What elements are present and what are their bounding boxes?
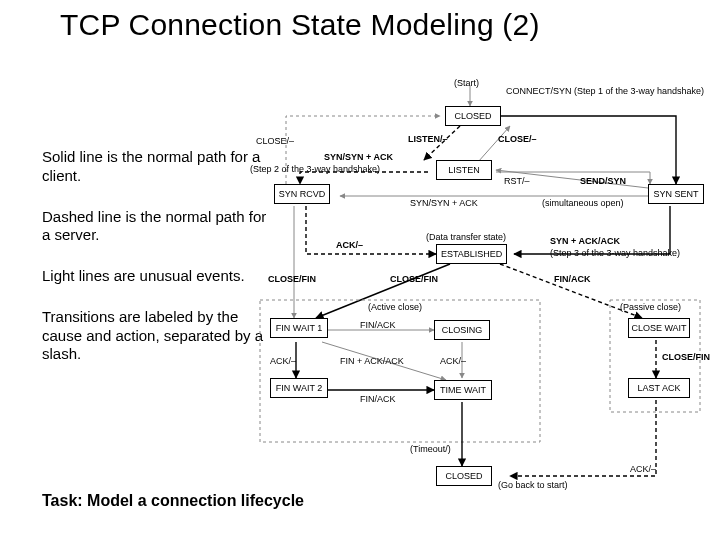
label-send-syn: SEND/SYN [580, 176, 626, 186]
label-timeout: (Timeout/) [410, 444, 451, 454]
state-diagram: CLOSED LISTEN SYN RCVD SYN SENT ESTABLIS… [250, 80, 710, 500]
label-close-fin-m: CLOSE/FIN [390, 274, 438, 284]
state-syn-sent: SYN SENT [648, 184, 704, 204]
label-ack-dash-br: ACK/– [630, 464, 656, 474]
state-close-wait: CLOSE WAIT [628, 318, 690, 338]
label-step2: (Step 2 of the 3-way handshake) [250, 164, 380, 174]
label-syn-synack-mid: SYN/SYN + ACK [410, 198, 478, 208]
label-data-state: (Data transfer state) [426, 232, 506, 242]
label-syn-synack: SYN/SYN + ACK [324, 152, 393, 162]
note-transitions: Transitions are labeled by the cause and… [42, 308, 272, 364]
label-fin-ack-b: FIN/ACK [360, 394, 396, 404]
label-close-fin-r: CLOSE/FIN [662, 352, 710, 362]
label-close-fin-l: CLOSE/FIN [268, 274, 316, 284]
note-client-path: Solid line is the normal path for a clie… [42, 148, 272, 186]
label-rst: RST/– [504, 176, 530, 186]
state-established: ESTABLISHED [436, 244, 507, 264]
label-close-left: CLOSE/– [256, 136, 294, 146]
state-fin-wait-1: FIN WAIT 1 [270, 318, 328, 338]
state-closing: CLOSING [434, 320, 490, 340]
label-ack-dash-l: ACK/– [270, 356, 296, 366]
label-listen-dash: LISTEN/– [408, 134, 448, 144]
state-time-wait: TIME WAIT [434, 380, 492, 400]
label-fin-ack-ack: FIN + ACK/ACK [340, 356, 404, 366]
label-ack-dash: ACK/– [336, 240, 363, 250]
label-fin-ack: FIN/ACK [360, 320, 396, 330]
note-unusual: Light lines are unusual events. [42, 267, 272, 286]
label-go-back: (Go back to start) [498, 480, 568, 490]
label-ack-dash-m: ACK/– [440, 356, 466, 366]
state-closed: CLOSED [445, 106, 501, 126]
note-server-path: Dashed line is the normal path for a ser… [42, 208, 272, 246]
label-active-close: (Active close) [368, 302, 422, 312]
page-title: TCP Connection State Modeling (2) [60, 8, 540, 42]
notes-block: Solid line is the normal path for a clie… [42, 148, 272, 386]
label-step3: (Step 3 of the 3-way handshake) [550, 248, 680, 258]
label-passive-close: (Passive close) [620, 302, 681, 312]
label-simult-open: (simultaneous open) [542, 198, 624, 208]
state-fin-wait-2: FIN WAIT 2 [270, 378, 328, 398]
state-last-ack: LAST ACK [628, 378, 690, 398]
state-syn-rcvd: SYN RCVD [274, 184, 330, 204]
label-connect-syn: CONNECT/SYN (Step 1 of the 3-way handsha… [506, 86, 704, 96]
label-syn-ack-ack: SYN + ACK/ACK [550, 236, 620, 246]
label-start: (Start) [454, 78, 479, 88]
state-closed-bottom: CLOSED [436, 466, 492, 486]
label-close-top: CLOSE/– [498, 134, 537, 144]
label-fin-ack-r: FIN/ACK [554, 274, 591, 284]
state-listen: LISTEN [436, 160, 492, 180]
